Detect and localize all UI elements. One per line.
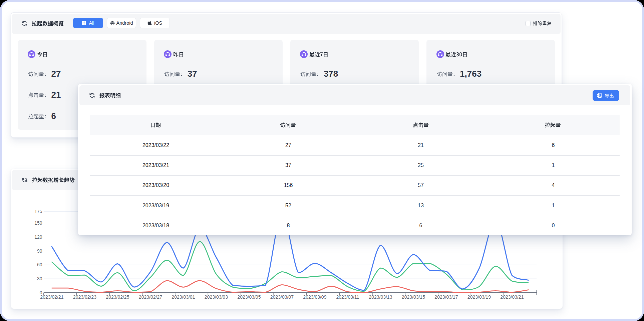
svg-text:2023/02/27: 2023/02/27 xyxy=(139,294,162,300)
svg-text:175: 175 xyxy=(34,209,42,214)
svg-text:2023/03/03: 2023/03/03 xyxy=(205,294,228,300)
svg-text:60: 60 xyxy=(37,262,42,267)
svg-text:2023/02/21: 2023/02/21 xyxy=(40,294,63,300)
svg-text:150: 150 xyxy=(34,220,42,226)
svg-text:2023/03/13: 2023/03/13 xyxy=(369,294,392,300)
svg-text:2023/03/19: 2023/03/19 xyxy=(467,294,491,300)
svg-text:2023/02/23: 2023/02/23 xyxy=(73,294,96,300)
svg-text:2023/03/09: 2023/03/09 xyxy=(303,294,326,300)
svg-text:2023/03/11: 2023/03/11 xyxy=(336,294,359,300)
svg-text:2023/03/17: 2023/03/17 xyxy=(434,294,458,300)
svg-text:2023/02/25: 2023/02/25 xyxy=(106,294,129,300)
svg-text:30: 30 xyxy=(37,276,42,281)
svg-text:2023/03/21: 2023/03/21 xyxy=(500,294,524,300)
svg-text:120: 120 xyxy=(34,234,42,240)
svg-text:2023/03/07: 2023/03/07 xyxy=(270,294,294,300)
svg-text:90: 90 xyxy=(37,248,42,254)
svg-text:2023/03/01: 2023/03/01 xyxy=(172,294,195,300)
svg-text:2023/03/15: 2023/03/15 xyxy=(402,294,425,300)
svg-text:2023/03/05: 2023/03/05 xyxy=(237,294,261,300)
